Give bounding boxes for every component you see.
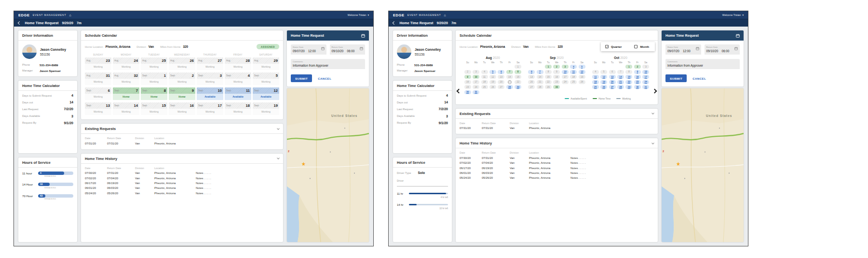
mini-day[interactable]: 28 (617, 85, 624, 89)
mini-day[interactable]: 16 (634, 75, 641, 79)
mini-day[interactable]: 25 (570, 80, 577, 84)
calendar-day-cell[interactable]: Sept 16 Working (169, 102, 195, 115)
mini-day[interactable]: 7 (537, 70, 543, 74)
cell-notes[interactable]: Notes . . . . . (570, 156, 654, 160)
table-row[interactable]: 07/02/20 07/04/20 Van Pheonix, Arizona N… (460, 160, 654, 165)
table-row[interactable]: 05/24/20 05/26/20 Van Pheonix, Arizona N… (85, 191, 279, 196)
submit-button[interactable]: SUBMIT (665, 74, 687, 82)
mini-day[interactable]: 23 (464, 85, 471, 89)
cell-notes[interactable]: Notes . . . . . (196, 176, 279, 181)
mini-day[interactable]: 3 (642, 65, 649, 69)
calendar-day-cell[interactable]: Sept 6 Working (85, 87, 111, 100)
mini-day[interactable]: 12 (600, 75, 607, 79)
mini-day[interactable]: 8 (545, 70, 552, 74)
next-months-arrow[interactable] (652, 89, 657, 94)
mini-day[interactable]: 6 (609, 70, 616, 74)
cell-notes[interactable]: Notes . . . . . (570, 171, 654, 175)
calendar-icon[interactable] (696, 47, 699, 50)
mini-day[interactable]: 10 (562, 70, 569, 74)
mini-day[interactable]: 10 (642, 70, 649, 74)
driver-select[interactable] (397, 182, 448, 186)
mini-day[interactable]: 11 (570, 70, 577, 74)
mini-day[interactable]: 12 (579, 70, 585, 74)
mini-day[interactable]: 17 (642, 75, 649, 79)
calendar-day-cell[interactable]: Aug 26 Working (169, 57, 195, 70)
back-icon[interactable] (393, 21, 395, 24)
mini-day[interactable]: 17 (562, 75, 569, 79)
mini-day[interactable]: 15 (625, 75, 632, 79)
calendar-day-cell[interactable]: Sept 5 Working (253, 72, 279, 85)
mini-day[interactable]: 24 (473, 85, 479, 89)
calendar-day-cell[interactable]: Sept 1 Working (141, 72, 167, 85)
mini-day[interactable]: 13 (528, 75, 535, 79)
mini-day[interactable]: 12 (489, 75, 496, 79)
view-option[interactable]: Quarter (605, 45, 622, 48)
mini-day[interactable]: 22 (625, 80, 632, 84)
calendar-day-cell[interactable]: Sept 15 Working (141, 102, 167, 115)
collapse-chevron-icon[interactable] (277, 157, 280, 159)
cell-notes[interactable]: Notes . . . . . (196, 186, 279, 190)
mini-day[interactable]: 27 (528, 85, 535, 89)
mini-day[interactable]: 1 (545, 65, 552, 69)
cancel-button[interactable]: CANCEL (692, 77, 706, 80)
mini-day[interactable]: 3 (562, 65, 569, 69)
mini-day[interactable]: 19 (489, 80, 496, 84)
mini-day[interactable]: 5 (579, 65, 585, 69)
mini-day[interactable]: 30 (634, 85, 641, 89)
mini-day[interactable]: 20 (528, 80, 535, 84)
mini-day[interactable]: 6 (528, 70, 535, 74)
back-icon[interactable] (18, 21, 21, 24)
mini-day[interactable]: 16 (553, 75, 560, 79)
table-row[interactable]: 07/02/20 07/04/20 Van Pheonix, Arizona N… (85, 176, 279, 181)
mini-day[interactable]: 5 (489, 70, 496, 74)
calendar-day-cell[interactable]: Sept 3 Working (197, 72, 223, 85)
mini-day[interactable]: 27 (498, 85, 504, 89)
mini-day[interactable]: 4 (481, 70, 488, 74)
map[interactable]: United States ★ 2 (287, 88, 369, 242)
home-date-field[interactable]: Home Date 09/07/2012:00 (291, 44, 326, 55)
mini-day[interactable]: 14 (506, 75, 513, 79)
mini-day[interactable]: 26 (600, 85, 607, 89)
mini-day[interactable]: 28 (506, 85, 513, 89)
mini-day[interactable]: 30 (464, 90, 471, 94)
mini-day[interactable]: 2 (464, 70, 471, 74)
mini-day[interactable]: 17 (473, 80, 479, 84)
collapse-chevron-icon[interactable] (277, 127, 280, 130)
map-cluster-marker[interactable]: 2 (288, 149, 289, 152)
mini-day[interactable]: 10 (473, 75, 479, 79)
calendar-day-cell[interactable]: Sept 19 Working (253, 102, 279, 115)
mini-day[interactable]: 31 (473, 90, 479, 94)
mini-day[interactable]: 6 (498, 70, 504, 74)
map[interactable]: United States ★ 2 (662, 88, 744, 242)
calendar-icon[interactable] (360, 47, 363, 50)
table-row[interactable]: 06/17/20 06/19/20 Van Pheonix, Arizona N… (85, 181, 279, 186)
mini-day[interactable]: 16 (464, 80, 471, 84)
calendar-day-cell[interactable]: Sept 8 Home (141, 87, 167, 100)
mini-day[interactable]: 7 (506, 70, 513, 74)
user-menu[interactable]: Welcome Tristan ▾ (722, 14, 744, 16)
mini-day[interactable]: 29 (545, 85, 552, 89)
mini-day[interactable]: 23 (634, 80, 641, 84)
mini-day[interactable]: 8 (515, 70, 521, 74)
mini-day[interactable]: 31 (642, 85, 649, 89)
mini-day[interactable]: 5 (600, 70, 607, 74)
table-row[interactable]: 06/01/20 06/03/20 Van Pheonix, Arizona N… (460, 171, 654, 175)
table-row[interactable]: 07/31/20 07/31/20 Van Pheonix, Arizona (85, 141, 279, 145)
mini-day[interactable]: 7 (617, 70, 624, 74)
calendar-day-cell[interactable]: Sept 12 Available (253, 87, 279, 100)
user-menu[interactable]: Welcome Tristan ▾ (348, 14, 369, 16)
return-date-field[interactable]: Return Date 09/10/2006:00 (330, 44, 366, 55)
mini-day[interactable]: 21 (508, 80, 512, 84)
calendar-day-cell[interactable]: Aug 31 Working (85, 72, 111, 85)
home-icon[interactable]: ⌂ (444, 14, 446, 17)
calendar-day-cell[interactable]: Sept 17 Working (197, 102, 223, 115)
mini-day[interactable]: 25 (592, 85, 599, 89)
mini-day[interactable]: 14 (537, 75, 543, 79)
mini-day[interactable]: 4 (570, 65, 577, 69)
calendar-day-cell[interactable]: Sept 9 Home (169, 87, 195, 100)
cell-notes[interactable]: Notes . . . . . (570, 165, 654, 170)
calendar-day-cell[interactable]: Aug 28 Working (225, 57, 251, 70)
mini-day[interactable]: 18 (570, 75, 577, 79)
calendar-day-cell[interactable]: Aug 27 Working (197, 57, 223, 70)
mini-day[interactable]: 27 (609, 85, 616, 89)
